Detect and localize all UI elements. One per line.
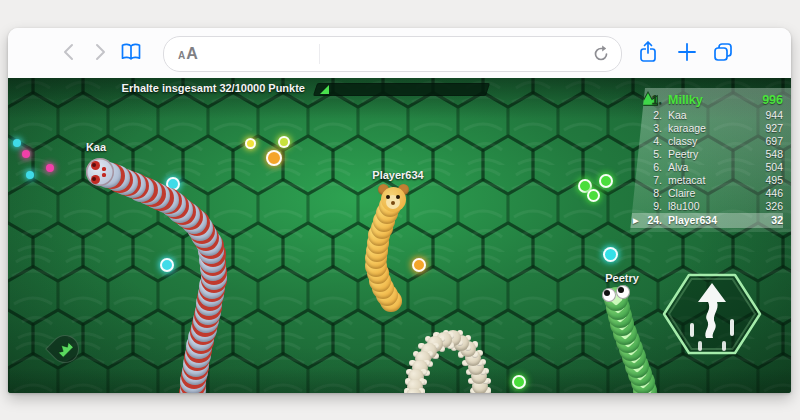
leaderboard-name: Claire xyxy=(668,187,753,200)
chevron-right-icon xyxy=(89,42,109,65)
address-divider xyxy=(319,44,320,64)
leaderboard-score: 326 xyxy=(753,200,783,213)
leaderboard-name: classy xyxy=(668,135,753,148)
leaderboard-row: 5.Peetry548 xyxy=(630,148,783,161)
back-button[interactable] xyxy=(58,41,82,65)
leaderboard-score: 32 xyxy=(753,214,783,227)
reload-icon[interactable] xyxy=(590,43,612,65)
leaderboard-rank: 8. xyxy=(630,187,662,200)
snake-name-label: Kaa xyxy=(86,141,106,153)
address-bar[interactable]: AAAA xyxy=(163,36,622,72)
leaderboard-score: 944 xyxy=(753,109,783,122)
leaderboard-row: 4.classy697 xyxy=(630,135,783,148)
leaderboard-name: Kaa xyxy=(668,109,753,122)
leaderboard-name: Peetry xyxy=(668,148,753,161)
leaderboard-rank: 9. xyxy=(630,200,662,213)
leaderboard-row: 7.metacat495 xyxy=(630,174,783,187)
boost-button[interactable] xyxy=(662,271,762,359)
leaderboard-row: ▶24.Player63432 xyxy=(630,213,783,228)
leaderboard-name: karaage xyxy=(668,122,753,135)
chevron-left-icon xyxy=(60,42,80,65)
bookmarks-button[interactable] xyxy=(119,41,143,65)
leaderboard-score: 446 xyxy=(753,187,783,200)
leaderboard-name: Player634 xyxy=(668,214,753,227)
leaderboard-row: 2.Kaa944 xyxy=(630,109,783,122)
forward-button[interactable] xyxy=(87,41,111,65)
snake-name-label: Peetry xyxy=(605,272,639,284)
leaderboard-panel: 1.Millky9962.Kaa9443.karaage9274.classy6… xyxy=(630,88,791,232)
plus-icon xyxy=(677,42,697,65)
leaderboard-name: Millky xyxy=(668,94,753,107)
reader-view-button[interactable]: AAAA xyxy=(178,45,199,63)
leaderboard-rows: 1.Millky9962.Kaa9443.karaage9274.classy6… xyxy=(630,91,783,228)
tabs-button[interactable] xyxy=(711,41,735,65)
tabs-icon xyxy=(711,41,735,66)
leaderboard-score: 548 xyxy=(753,148,783,161)
share-icon xyxy=(637,40,659,67)
mission-progress-fill xyxy=(320,85,329,94)
browser-window: AAAA xyxy=(8,28,791,393)
leaderboard-score: 927 xyxy=(753,122,783,135)
leaderboard-score: 504 xyxy=(753,161,783,174)
leaderboard-row: 6.Alva504 xyxy=(630,161,783,174)
game-canvas[interactable]: KaaPlayer634Peetry Erhalte insgesamt 32/… xyxy=(8,78,791,393)
leaderboard-row: 3.karaage927 xyxy=(630,122,783,135)
boost-arrow-icon xyxy=(662,347,762,362)
leaderboard-name: metacat xyxy=(668,174,753,187)
open-book-icon xyxy=(120,42,142,65)
leaderboard-row: 1.Millky996 xyxy=(630,91,783,109)
share-button[interactable] xyxy=(636,41,660,65)
leaderboard-name: l8u100 xyxy=(668,200,753,213)
leaderboard-row: 9.l8u100326 xyxy=(630,200,783,213)
new-tab-button[interactable] xyxy=(675,41,699,65)
leaderboard-score: 697 xyxy=(753,135,783,148)
snake-name-label: Player634 xyxy=(372,169,423,181)
crown-icon xyxy=(57,343,73,355)
leaderboard-name: Alva xyxy=(668,161,753,174)
leaderboard-score: 996 xyxy=(753,94,783,107)
leaderboard-score: 495 xyxy=(753,174,783,187)
current-player-arrow: ▶ xyxy=(633,217,638,224)
leaderboard-row: 8.Claire446 xyxy=(630,187,783,200)
mission-text: Erhalte insgesamt 32/10000 Punkte xyxy=(8,82,305,94)
mission-progress-bar xyxy=(313,83,490,96)
browser-toolbar: AAAA xyxy=(8,28,791,79)
